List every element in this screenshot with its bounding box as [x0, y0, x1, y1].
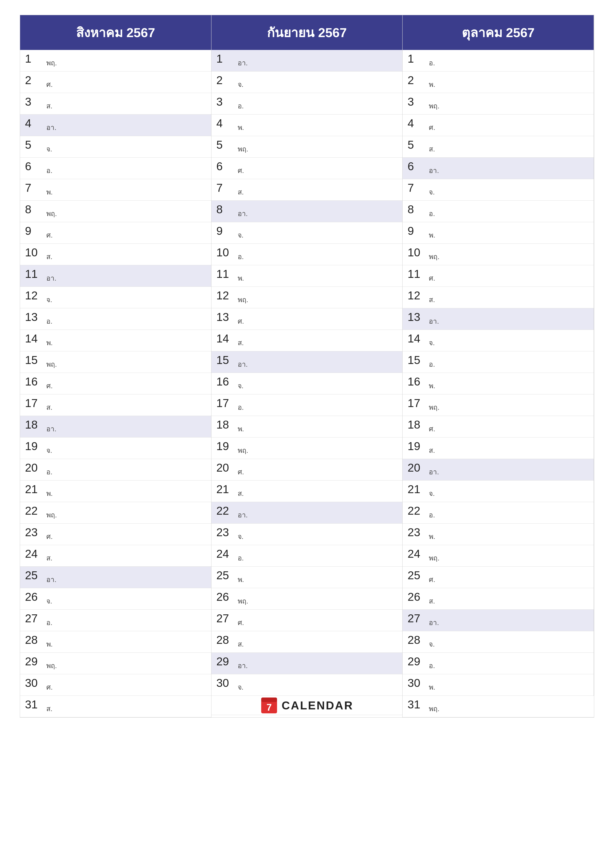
- day-abbr: จ.: [238, 678, 244, 693]
- day-row: 22พฤ.: [20, 502, 211, 524]
- day-row: 2พ.: [403, 71, 594, 93]
- day-abbr: อา.: [429, 312, 439, 327]
- day-number: 27: [25, 613, 45, 624]
- day-row: 1อ.: [403, 50, 594, 71]
- day-number: 8: [25, 204, 45, 215]
- day-number: 20: [407, 462, 427, 473]
- day-abbr: อา.: [238, 54, 248, 68]
- day-abbr: พฤ.: [46, 54, 57, 68]
- day-abbr: ส.: [429, 442, 435, 456]
- day-abbr: ศ.: [238, 463, 244, 477]
- day-abbr: พฤ.: [429, 248, 440, 262]
- day-number: 21: [407, 484, 427, 495]
- day-number: 11: [216, 268, 236, 280]
- day-number: 17: [25, 397, 45, 409]
- day-abbr: พ.: [46, 635, 53, 649]
- day-row: 23จ.: [211, 524, 403, 545]
- day-abbr: พฤ.: [238, 592, 248, 606]
- day-row: 15พฤ.: [20, 351, 211, 373]
- day-abbr: อา.: [238, 657, 248, 671]
- day-number: 3: [407, 96, 427, 107]
- day-row: 27ศ.: [211, 610, 403, 631]
- day-row: 6ศ.: [211, 158, 403, 179]
- day-number: 1: [407, 53, 427, 64]
- day-abbr: ส.: [238, 183, 244, 197]
- day-number: 16: [25, 376, 45, 387]
- logo-cell: 7CALENDAR: [211, 696, 403, 715]
- day-number: 31: [25, 699, 45, 710]
- day-row: 30พ.: [403, 674, 594, 696]
- day-number: 5: [25, 139, 45, 150]
- day-abbr: อ.: [429, 205, 435, 219]
- day-abbr: อา.: [429, 463, 439, 477]
- day-number: 18: [25, 419, 45, 430]
- day-abbr: อา.: [238, 205, 248, 219]
- day-abbr: พฤ.: [238, 140, 248, 154]
- day-abbr: อา.: [46, 119, 56, 133]
- day-abbr: ส.: [46, 398, 53, 413]
- day-abbr: ศ.: [429, 269, 435, 284]
- day-row: 26ส.: [403, 588, 594, 610]
- day-number: 17: [216, 397, 236, 409]
- day-number: 15: [216, 354, 236, 366]
- day-number: 25: [25, 570, 45, 581]
- day-row: 1อา.: [211, 50, 403, 71]
- day-row: 17อ.: [211, 394, 403, 416]
- day-row: 18อา.: [20, 416, 211, 437]
- day-row: 8อา.: [211, 201, 403, 222]
- day-row: 2จ.: [211, 71, 403, 93]
- day-abbr: พ.: [238, 420, 244, 434]
- day-row: 15อา.: [211, 351, 403, 373]
- day-row: 28ส.: [211, 631, 403, 653]
- day-row: 6อ.: [20, 158, 211, 179]
- day-row: 18ศ.: [403, 416, 594, 437]
- day-number: 19: [407, 440, 427, 452]
- day-number: 17: [407, 397, 427, 409]
- day-row: 19ส.: [403, 437, 594, 459]
- day-row: 9จ.: [211, 222, 403, 244]
- day-abbr: อา.: [46, 420, 56, 434]
- day-row: 19พฤ.: [211, 437, 403, 459]
- day-row: 29อา.: [211, 653, 403, 674]
- day-abbr: พ.: [46, 334, 53, 348]
- day-abbr: จ.: [46, 442, 52, 456]
- day-row: 4ศ.: [403, 115, 594, 136]
- day-row: 25อา.: [20, 567, 211, 588]
- day-abbr: ศ.: [238, 161, 244, 176]
- day-number: 20: [216, 462, 236, 473]
- day-abbr: ศ.: [46, 678, 53, 693]
- day-number: 27: [216, 613, 236, 624]
- day-row: 12ส.: [403, 287, 594, 308]
- svg-rect-1: [261, 698, 277, 702]
- september-header: กันยายน 2567: [211, 15, 403, 50]
- day-row: 14ส.: [211, 330, 403, 351]
- day-number: 20: [25, 462, 45, 473]
- day-abbr: ส.: [238, 635, 244, 649]
- day-abbr: อา.: [238, 355, 248, 370]
- day-number: 6: [216, 161, 236, 172]
- day-number: 29: [25, 656, 45, 667]
- day-number: 26: [216, 591, 236, 603]
- day-number: 22: [25, 505, 45, 516]
- day-row: 30จ.: [211, 674, 403, 696]
- day-abbr: ศ.: [429, 420, 435, 434]
- day-row: 7ส.: [211, 179, 403, 201]
- day-row: 4พ.: [211, 115, 403, 136]
- day-number: 24: [25, 548, 45, 560]
- day-row: 29อ.: [403, 653, 594, 674]
- day-number: 26: [407, 591, 427, 603]
- day-row: 20อ.: [20, 459, 211, 480]
- day-row: 17พฤ.: [403, 394, 594, 416]
- day-number: 10: [25, 247, 45, 258]
- day-abbr: อ.: [429, 355, 435, 370]
- day-row: 21ส.: [211, 480, 403, 502]
- day-row: 4อา.: [20, 115, 211, 136]
- day-row: 9พ.: [403, 222, 594, 244]
- day-number: 14: [216, 333, 236, 344]
- day-row: 8พฤ.: [20, 201, 211, 222]
- day-abbr: พฤ.: [429, 398, 440, 413]
- day-abbr: พฤ.: [46, 355, 57, 370]
- day-row: 20ศ.: [211, 459, 403, 480]
- day-number: 28: [216, 634, 236, 646]
- day-row: 2ศ.: [20, 71, 211, 93]
